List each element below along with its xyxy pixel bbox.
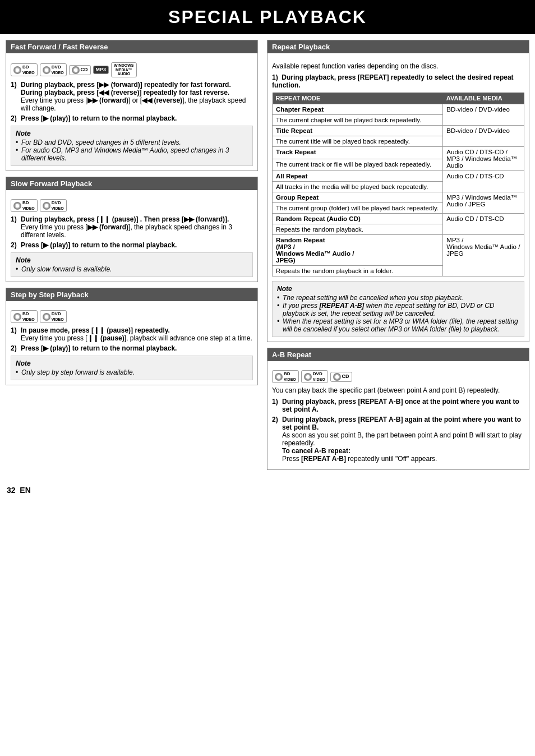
slow-forward-header: Slow Forward Playback (6, 177, 257, 190)
slow-forward-notes: Only slow forward is available. (16, 265, 248, 273)
badge-mp3: MP3 (93, 66, 109, 74)
repeat-mode-header: REPEAT MODE (273, 93, 443, 104)
repeat-intro: Available repeat function varies dependi… (272, 62, 524, 70)
slow-forward-section: Slow Forward Playback BDVIDEO DVDVIDEO 1… (6, 177, 258, 282)
repeat-playback-header: Repeat Playback (268, 40, 529, 53)
sbs-step-2: 2) Press [▶ (play)] to return to the nor… (11, 344, 253, 352)
page-title: SPECIAL PLAYBACK (0, 0, 535, 34)
badge-wma: WINDOWSMEDIA™AUDIO (111, 62, 136, 77)
table-row: Group Repeat MP3 / Windows Media™Audio /… (273, 192, 524, 203)
slow-forward-badges: BDVIDEO DVDVIDEO (11, 199, 253, 212)
repeat-table: REPEAT MODE AVAILABLE MEDIA Chapter Repe… (272, 93, 524, 276)
table-row: Random Repeat (Audio CD) Audio CD / DTS-… (273, 214, 524, 224)
step-by-step-steps: 1) In pause mode, press [❙❙ (pause)] rep… (11, 326, 253, 352)
table-row: Chapter Repeat BD-video / DVD-video (273, 104, 524, 115)
table-row: Title Repeat BD-video / DVD-video (273, 126, 524, 136)
fast-forward-header: Fast Forward / Fast Reverse (6, 40, 257, 53)
ab-repeat-steps: 1) During playback, press [REPEAT A-B] o… (272, 398, 524, 463)
badge-dvd-video-3: DVDVIDEO (40, 310, 67, 323)
step-by-step-section: Step by Step Playback BDVIDEO DVDVIDEO 1… (6, 288, 258, 385)
page-lang: EN (20, 486, 30, 495)
step-by-step-header: Step by Step Playback (6, 288, 257, 301)
badge-cd-2: CD (330, 372, 352, 382)
badge-bd-video-2: BDVIDEO (11, 199, 38, 212)
ab-repeat-badges: BDVIDEO DVDVIDEO CD (272, 370, 524, 383)
fast-forward-notes: For BD and DVD, speed changes in 5 diffe… (16, 139, 248, 162)
table-row: Random Repeat(MP3 /Windows Media™ Audio … (273, 235, 524, 266)
step-by-step-note: Note Only step by step forward is availa… (11, 356, 253, 380)
badge-dvd-video: DVDVIDEO (40, 63, 67, 76)
slow-forward-steps: 1) During playback, press [❙❙ (pause)] .… (11, 215, 253, 249)
ff-step-2: 2) Press [▶ (play)] to return to the nor… (11, 114, 253, 122)
badge-dvd-video-2: DVDVIDEO (40, 199, 67, 212)
page-footer: 32 EN (0, 481, 535, 499)
badge-bd-video-4: BDVIDEO (272, 370, 299, 383)
table-row: All Repeat Audio CD / DTS-CD (273, 171, 524, 182)
badge-dvd-video-4: DVDVIDEO (301, 370, 328, 383)
badge-cd: CD (69, 65, 91, 75)
slow-forward-note: Note Only slow forward is available. (11, 252, 253, 277)
ab-repeat-header: A-B Repeat (268, 348, 529, 361)
available-media-header: AVAILABLE MEDIA (443, 93, 524, 104)
sf-step-2: 2) Press [▶ (play)] to return to the nor… (11, 241, 253, 249)
ab-repeat-section: A-B Repeat BDVIDEO DVDVIDEO CD You can p… (267, 348, 529, 470)
sbs-step-1: 1) In pause mode, press [❙❙ (pause)] rep… (11, 326, 253, 342)
repeat-step1: 1) During playback, press [REPEAT] repea… (272, 73, 524, 89)
fast-forward-section: Fast Forward / Fast Reverse BDVIDEO DVDV… (6, 40, 258, 171)
ab-step-2: 2) During playback, press [REPEAT A-B] a… (272, 416, 524, 463)
ab-repeat-intro: You can play back the specific part (bet… (272, 386, 524, 394)
repeat-playback-section: Repeat Playback Available repeat functio… (267, 40, 529, 342)
ff-step-1: 1) During playback, press [▶▶ (forward)]… (11, 81, 253, 112)
badge-bd-video: BDVIDEO (11, 63, 38, 76)
ab-step-1: 1) During playback, press [REPEAT A-B] o… (272, 398, 524, 413)
page-number: 32 (7, 486, 16, 495)
step-by-step-badges: BDVIDEO DVDVIDEO (11, 310, 253, 323)
repeat-playback-notes: The repeat setting will be cancelled whe… (277, 294, 519, 333)
fast-forward-note: Note For BD and DVD, speed changes in 5 … (11, 126, 253, 166)
fast-forward-badges: BDVIDEO DVDVIDEO CD MP3 WINDOWSMEDIA™AUD… (11, 62, 253, 77)
repeat-playback-note: Note The repeat setting will be cancelle… (272, 281, 524, 337)
badge-bd-video-3: BDVIDEO (11, 310, 38, 323)
sf-step-1: 1) During playback, press [❙❙ (pause)] .… (11, 215, 253, 239)
table-row: Track Repeat Audio CD / DTS-CD /MP3 / Wi… (273, 147, 524, 159)
step-by-step-notes: Only step by step forward is available. (16, 368, 248, 376)
fast-forward-steps: 1) During playback, press [▶▶ (forward)]… (11, 81, 253, 122)
